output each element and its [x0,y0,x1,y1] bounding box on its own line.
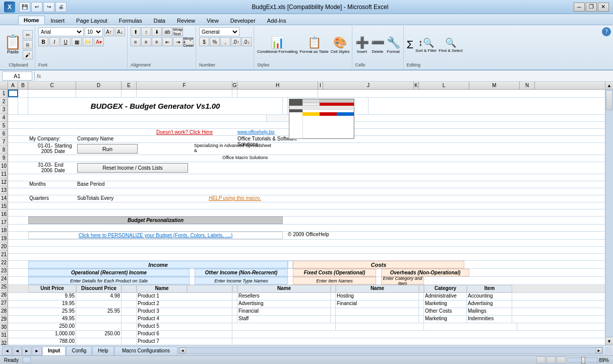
cell-AB16[interactable] [8,216,28,224]
merge-center-btn[interactable]: Merge & Center [183,37,194,46]
cell-rest7[interactable] [275,143,605,155]
cell-AB26[interactable] [8,293,28,300]
row-2[interactable]: 2 [0,98,8,106]
cell-rest14[interactable] [8,202,605,209]
cell-item-26[interactable]: Accounting [467,293,512,300]
cell-unit-27[interactable]: 19.95 [28,301,76,308]
font-grow-btn[interactable]: A↑ [104,27,114,36]
normal-view-btn[interactable] [536,356,545,363]
tab-developer[interactable]: Developer [225,16,261,25]
cell-E27[interactable] [121,301,137,308]
col-name-fixed[interactable]: Name [336,285,419,293]
row-25[interactable]: 25 [0,283,8,291]
cell-sep23b[interactable] [288,269,293,276]
comma-btn[interactable]: , [220,37,230,46]
cell-IJ30[interactable] [336,323,424,330]
cell-D9-endlabel[interactable]: End Date [53,162,76,174]
cell-item-27[interactable]: Advertising [467,301,512,308]
cell-rest21[interactable] [8,254,605,260]
cell-name-27[interactable]: Product 2 [137,301,232,308]
cell-other-26[interactable]: Resellers [237,293,331,300]
italic-btn[interactable]: I [49,37,59,46]
cell-I25[interactable] [331,285,336,293]
quick-redo-btn[interactable]: ↪ [43,2,54,12]
cell-rest12[interactable] [8,188,605,195]
close-btn[interactable]: ✕ [598,3,609,12]
minimize-btn[interactable]: ─ [574,3,585,12]
align-middle-btn[interactable]: ↕ [141,27,151,36]
row-10[interactable]: 10 [0,162,8,170]
cell-rest3[interactable] [8,115,266,121]
cell-rest26[interactable] [512,293,605,300]
cell-F13-help[interactable]: HELP using this macro. [187,195,283,202]
cell-D13-subtotals[interactable]: SubTotals Every [76,195,187,202]
row-13[interactable]: 13 [0,186,8,194]
cell-B1[interactable] [18,90,28,97]
col-C[interactable]: C [28,82,76,89]
align-center-btn[interactable]: ≡ [141,37,151,46]
cell-C11-months[interactable]: Months [28,181,76,188]
cell-H1[interactable] [237,90,318,97]
cell-AB28[interactable] [8,308,28,315]
cell-op-income[interactable]: Operational (Recurrent) Income [28,269,190,276]
formula-input[interactable] [43,71,611,81]
cell-name-29[interactable]: Product 4 [137,316,232,323]
cell-E5[interactable] [121,129,137,135]
number-format-select[interactable]: General [199,27,239,36]
insert-btn[interactable]: ➕ Insert [355,36,369,54]
underline-btn[interactable]: U [60,37,71,46]
font-size-select[interactable]: 10 [85,27,103,36]
zoom-slider[interactable] [568,357,598,362]
cell-fixed-costs[interactable]: Fixed Costs (Operational) [293,269,376,276]
restore-btn[interactable]: ❐ [586,3,597,12]
row-26[interactable]: 26 [0,291,8,299]
row-15[interactable]: 15 [0,202,8,210]
cell-E30[interactable] [121,323,137,330]
cell-E31[interactable] [121,331,137,338]
cell-G1[interactable] [232,90,237,97]
cell-C1[interactable] [28,90,76,97]
cell-rest11[interactable] [187,181,605,188]
cell-rest13[interactable] [283,195,605,202]
cell-rest3b[interactable] [347,115,605,121]
cell-AB25[interactable] [8,285,28,293]
help-icon[interactable]: ? [602,27,611,36]
scroll-down-btn[interactable]: ▼ [605,337,613,345]
cell-rest20[interactable] [8,247,605,253]
cell-unit-31[interactable]: 1,000.00 [28,331,76,338]
cell-rest1[interactable] [318,90,605,97]
row-14[interactable]: 14 [0,194,8,202]
cell-other-income[interactable]: Other Income (Non-Recurrent) [195,269,288,276]
col-D[interactable]: D [76,82,121,89]
cell-rest24[interactable] [424,277,605,284]
cell-rest32[interactable] [232,338,605,345]
col-item[interactable]: Item [467,285,512,293]
cell-I28[interactable] [331,308,336,315]
col-F[interactable]: F [137,82,232,89]
cell-op-income-sub[interactable]: Enter Details for Each Product on Sale [28,277,190,284]
row-19[interactable]: 19 [0,235,8,243]
cell-unit-29[interactable]: 49.95 [28,316,76,323]
cell-unit-28[interactable]: 25.95 [28,308,76,315]
cell-name-32[interactable]: Product 7 [137,338,232,345]
tab-home[interactable]: Home [18,16,45,25]
cell-other-28[interactable]: Financial [237,308,331,315]
cell-AB13[interactable] [8,195,28,202]
cell-H8-sub2[interactable]: Office Macro Solutions [222,155,303,162]
cell-G25[interactable] [232,285,237,293]
cell-cat-29[interactable]: Marketing [424,316,467,323]
scroll-up-btn[interactable]: ▲ [605,82,613,90]
cell-G29[interactable] [232,316,237,323]
cell-disc-30[interactable] [76,323,121,330]
cell-personalize-link[interactable]: Click here to PERSONALIZE your Budget (F… [28,232,283,239]
row-20[interactable]: 20 [0,243,8,251]
cell-E29[interactable] [121,316,137,323]
quick-print-btn[interactable]: 🖨 [55,2,67,12]
cell-H7-sub1[interactable]: Specializing in Advanced Spreadsheet & [194,143,275,155]
tab-view[interactable]: View [201,16,224,25]
row-6[interactable]: 6 [0,130,8,138]
cell-overheads-sub-cat[interactable]: Enter Category and Item [381,277,424,284]
cell-AB5[interactable] [8,129,28,135]
cell-E1[interactable] [121,90,137,97]
cell-D5[interactable] [76,129,121,135]
